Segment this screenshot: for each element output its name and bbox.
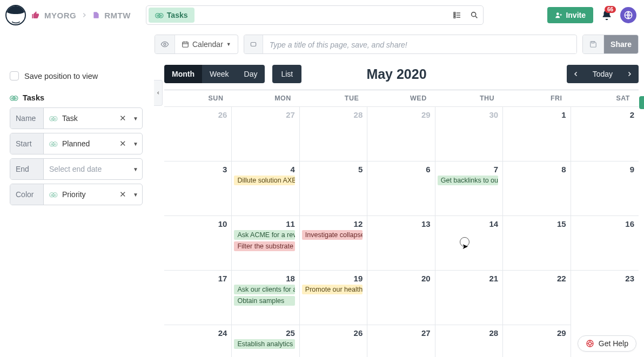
calendar-grid: SUNMONTUEWEDTHUFRISAT 26272829301234Dill… <box>164 90 639 357</box>
day-number: 12 <box>302 219 363 228</box>
visibility-button[interactable] <box>155 35 175 53</box>
calendar-day[interactable]: 27 <box>232 106 299 161</box>
calendar-event[interactable]: Investigate collapsed <box>302 230 363 240</box>
topbar-right: Invite 66 <box>547 7 636 23</box>
invite-button[interactable]: Invite <box>547 7 593 23</box>
calendar-mode-group: Calendar ▼ <box>155 35 238 54</box>
calendar-day[interactable]: 1 <box>503 106 571 161</box>
calendar-event[interactable]: Dillute solution AXB- <box>234 176 294 185</box>
calendar-day[interactable]: 9 <box>571 161 639 215</box>
search-filter-pill[interactable]: Tasks <box>149 8 194 23</box>
save-position-checkbox[interactable]: Save position to view <box>10 71 143 80</box>
tasks-icon <box>49 114 58 123</box>
calendar-day[interactable]: 13 <box>367 215 435 270</box>
thumbs-up-icon <box>31 11 40 19</box>
calendar-day[interactable]: 26 <box>164 106 232 161</box>
calendar-event[interactable]: Ask ACME for a revie <box>234 230 294 240</box>
day-number: 18 <box>234 274 294 283</box>
clear-icon[interactable]: ✕ <box>116 184 129 205</box>
calendar-event[interactable]: Ask our clients for a <box>234 285 294 294</box>
calendar-day[interactable]: 28 <box>435 325 503 357</box>
calendar-day[interactable]: 4Dillute solution AXB- <box>232 161 299 215</box>
prev-month-button[interactable] <box>567 65 585 83</box>
field-start[interactable]: Start Planned ✕ ▼ <box>10 133 143 154</box>
weekday-header: FRI <box>503 90 571 106</box>
chevron-left-icon <box>156 90 160 96</box>
calendar-day[interactable]: 17 <box>164 270 232 325</box>
view-layout-icon[interactable] <box>448 6 466 24</box>
calendar-day[interactable]: 23 <box>571 270 639 325</box>
app-logo[interactable] <box>5 5 26 25</box>
clear-icon[interactable]: ✕ <box>116 133 129 154</box>
calendar-day[interactable]: 24 <box>164 325 232 357</box>
breadcrumb-project[interactable]: RMTW <box>104 11 131 20</box>
calendar-day[interactable]: 22 <box>503 270 571 325</box>
calendar-day[interactable]: 26 <box>300 325 367 357</box>
tab-list[interactable]: List <box>272 65 301 83</box>
calendar-day[interactable]: 27 <box>367 325 435 357</box>
calendar-day[interactable]: 10 <box>164 215 232 270</box>
calendar-day[interactable]: 16 <box>571 215 639 270</box>
chevron-down-icon[interactable]: ▼ <box>129 108 142 129</box>
calendar-day[interactable]: 2 <box>571 106 639 161</box>
day-number: 25 <box>234 328 294 338</box>
calendar-day[interactable]: 12Investigate collapsed <box>300 215 367 270</box>
side-tab-handle[interactable] <box>639 96 644 109</box>
user-avatar[interactable] <box>620 7 636 23</box>
calendar-day[interactable]: 18Ask our clients for aObtain samples <box>232 270 299 325</box>
svg-point-8 <box>556 12 559 15</box>
next-month-button[interactable] <box>620 65 639 83</box>
calendar-body: 26272829301234Dillute solution AXB-567Ge… <box>164 106 639 357</box>
tab-month[interactable]: Month <box>164 65 202 83</box>
calendar-day[interactable]: 5 <box>300 161 367 215</box>
calendar-dropdown[interactable]: Calendar ▼ <box>175 35 238 53</box>
calendar-day[interactable]: 29 <box>503 325 571 357</box>
breadcrumb-org[interactable]: MYORG <box>44 11 76 20</box>
page-title-group <box>244 35 577 54</box>
clear-icon[interactable]: ✕ <box>116 108 129 129</box>
calendar-event[interactable]: Obtain samples <box>234 296 294 306</box>
calendar-event[interactable]: Promote our health c <box>302 285 363 294</box>
notifications-bell[interactable]: 66 <box>601 9 613 21</box>
calendar-day[interactable]: 3 <box>164 161 232 215</box>
tasks-icon <box>49 139 58 148</box>
page-title-input[interactable] <box>263 35 576 54</box>
sidebar-section-title: Tasks <box>10 93 143 102</box>
search-bar[interactable]: Tasks <box>146 5 484 25</box>
share-button[interactable]: Share <box>604 35 638 53</box>
weekday-header: SUN <box>164 90 232 106</box>
search-icon[interactable] <box>466 6 483 24</box>
calendar-day[interactable]: 29 <box>367 106 435 161</box>
title-lock-button[interactable] <box>244 35 263 53</box>
calendar-day[interactable]: 20 <box>367 270 435 325</box>
field-color[interactable]: Color Priority ✕ ▼ <box>10 184 143 205</box>
calendar-day[interactable]: 8 <box>503 161 571 215</box>
calendar-day[interactable]: 21 <box>435 270 503 325</box>
field-end[interactable]: End Select end date ▼ <box>10 158 143 180</box>
calendar-day[interactable]: 28 <box>300 106 367 161</box>
svg-rect-0 <box>454 12 455 14</box>
chevron-left-icon <box>573 70 579 78</box>
day-number: 26 <box>166 110 227 119</box>
today-button[interactable]: Today <box>585 65 620 83</box>
save-icon <box>589 41 597 48</box>
calendar-day[interactable]: 30 <box>435 106 503 161</box>
save-page-button[interactable] <box>583 35 604 53</box>
calendar-day[interactable]: 19Promote our health c <box>300 270 367 325</box>
tab-day[interactable]: Day <box>237 65 265 83</box>
chevron-down-icon[interactable]: ▼ <box>129 133 142 154</box>
field-label: End <box>10 159 44 179</box>
calendar-day[interactable]: 11Ask ACME for a revieFilter the substra… <box>232 215 299 270</box>
calendar-event[interactable]: Filter the substrate <box>234 241 294 251</box>
calendar-event[interactable]: Establish analytics m <box>234 339 294 349</box>
calendar-event[interactable]: Get backlinks to our <box>438 176 498 185</box>
field-name[interactable]: Name Task ✕ ▼ <box>10 107 143 129</box>
calendar-day[interactable]: 15 <box>503 215 571 270</box>
calendar-day[interactable]: 7Get backlinks to our <box>435 161 503 215</box>
get-help-button[interactable]: Get Help <box>578 335 636 352</box>
calendar-day[interactable]: 6 <box>367 161 435 215</box>
chevron-down-icon[interactable]: ▼ <box>129 159 142 179</box>
tab-week[interactable]: Week <box>202 65 237 83</box>
chevron-down-icon[interactable]: ▼ <box>129 184 142 205</box>
calendar-day[interactable]: 25Establish analytics m <box>232 325 299 357</box>
